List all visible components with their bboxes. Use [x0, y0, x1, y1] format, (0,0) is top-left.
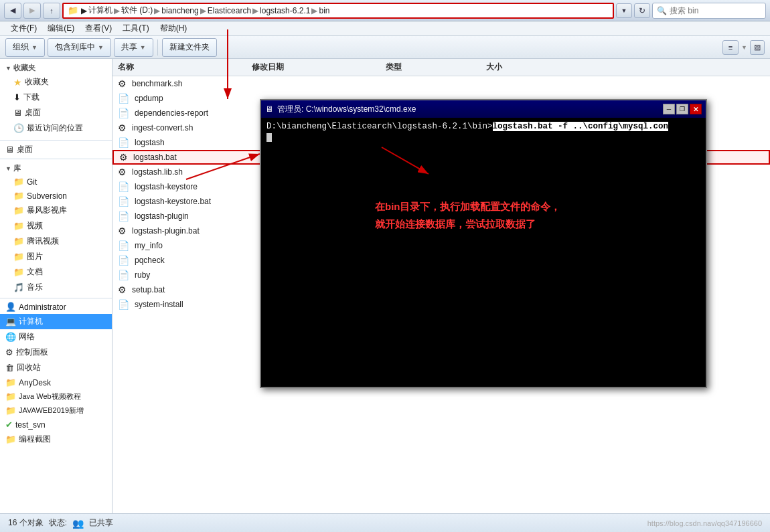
sidebar-item-desktop[interactable]: 🖥 桌面 — [0, 142, 112, 157]
sidebar-item-control-panel[interactable]: ⚙ 控制面板 — [0, 345, 112, 360]
file-name-label: benchmark.sh — [132, 79, 259, 88]
address-dropdown[interactable]: ▼ — [616, 3, 632, 18]
toolbar-separator — [157, 39, 158, 56]
search-box[interactable]: 🔍 — [652, 3, 766, 19]
include-library-button[interactable]: 包含到库中 ▼ — [48, 38, 111, 57]
file-icon: 📄 — [118, 270, 129, 280]
new-folder-button[interactable]: 新建文件夹 — [162, 38, 217, 57]
file-name-label: pqcheck — [135, 256, 262, 265]
sidebar-item-anydesk[interactable]: 📁 AnyDesk — [0, 375, 112, 389]
address-bar[interactable]: 📁 ▶ 计算机 ▶ 软件 (D:) ▶ biancheng ▶ Elastice… — [62, 3, 614, 19]
file-name-label: logstash-keystore.bat — [135, 197, 262, 206]
preview-pane[interactable]: ▨ — [750, 40, 765, 55]
file-icon: 📄 — [118, 211, 129, 221]
sidebar-item-docs[interactable]: 📁 文档 — [0, 264, 112, 280]
file-name-label: setup.bat — [132, 285, 259, 294]
up-button[interactable]: ↑ — [43, 3, 60, 19]
sidebar-item-storm-media[interactable]: 📁 暴风影视库 — [0, 203, 112, 218]
search-input[interactable] — [670, 6, 750, 15]
sidebar-item-javaweb2019[interactable]: 📁 JAVAWEB2019新增 — [0, 404, 112, 418]
sidebar-divider-1 — [0, 140, 112, 141]
menu-file[interactable]: 文件(F) — [5, 21, 42, 35]
view-toggle[interactable]: ≡ — [722, 40, 739, 55]
sidebar-item-download[interactable]: ⬇ 下载 — [0, 90, 112, 105]
sidebar-item-network[interactable]: 🌐 网络 — [0, 329, 112, 345]
sidebar-item-screenshots[interactable]: 📁 编程截图 — [0, 432, 112, 447]
sidebar-divider-3 — [0, 298, 112, 298]
cmd-annotation: 在bin目录下，执行加载配置文件的命令， 就开始连接数据库，尝试拉取数据了 — [375, 198, 561, 232]
col-header-size[interactable]: 大小 — [486, 62, 553, 73]
share-button[interactable]: 共享 ▼ — [114, 38, 153, 57]
file-name-label: ruby — [135, 270, 262, 280]
sidebar-item-desktop-fav[interactable]: 🖥 桌面 — [0, 105, 112, 120]
file-name-label: logstash.bat — [133, 153, 260, 162]
file-icon: ⚙ — [118, 78, 127, 89]
cmd-path-text: D:\biancheng\Elasticearch\logstash-6.2.1… — [266, 122, 493, 131]
col-header-date[interactable]: 修改日期 — [252, 62, 386, 73]
col-header-type[interactable]: 类型 — [386, 62, 486, 73]
sidebar-item-subversion[interactable]: 📁 Subversion — [0, 189, 112, 203]
file-icon: ⚙ — [119, 152, 128, 163]
sidebar-item-git[interactable]: 📁 Git — [0, 175, 112, 189]
table-row[interactable]: ⚙ benchmark.sh — [112, 76, 770, 91]
sidebar-item-music[interactable]: 🎵 音乐 — [0, 280, 112, 295]
menu-help[interactable]: 帮助(H) — [155, 21, 193, 35]
file-name-label: logstash-plugin.bat — [132, 226, 259, 236]
cmd-cursor-line — [266, 132, 700, 142]
cmd-prompt-line: D:\biancheng\Elasticearch\logstash-6.2.1… — [266, 122, 700, 131]
file-icon: ⚙ — [118, 167, 127, 177]
file-name-label: logstash — [135, 138, 262, 147]
file-icon: 📄 — [118, 196, 129, 207]
file-icon: 📄 — [118, 255, 129, 266]
menu-bar: 文件(F) 编辑(E) 查看(V) 工具(T) 帮助(H) — [0, 21, 770, 36]
menu-view[interactable]: 查看(V) — [80, 21, 117, 35]
cmd-title-text: 管理员: C:\windows\system32\cmd.exe — [277, 104, 416, 115]
file-icon: ⚙ — [118, 284, 127, 295]
col-header-name[interactable]: 名称 — [118, 62, 252, 73]
file-name-label: system-install — [135, 300, 262, 309]
cmd-restore-button[interactable]: ❐ — [676, 104, 688, 114]
sidebar-item-recent[interactable]: 🕒 最近访问的位置 — [0, 120, 112, 136]
column-headers: 名称 修改日期 类型 大小 — [112, 59, 770, 76]
file-icon: 📄 — [118, 93, 129, 104]
search-icon: 🔍 — [657, 6, 667, 15]
cmd-window: 🖥 管理员: C:\windows\system32\cmd.exe ─ ❐ ✕… — [260, 99, 707, 388]
organize-button[interactable]: 组织 ▼ — [5, 38, 45, 57]
sidebar-item-pictures[interactable]: 📁 图片 — [0, 249, 112, 264]
sidebar-item-javaweb[interactable]: 📁 Java Web视频教程 — [0, 389, 112, 404]
cmd-annotation-line2: 就开始连接数据库，尝试拉取数据了 — [375, 215, 561, 233]
file-icon: 📄 — [118, 108, 129, 118]
menu-tools[interactable]: 工具(T) — [117, 21, 154, 35]
sidebar-item-trash[interactable]: 🗑 回收站 — [0, 360, 112, 375]
file-icon: ⚙ — [118, 226, 127, 236]
cmd-close-button[interactable]: ✕ — [690, 104, 702, 114]
sidebar-item-test-svn[interactable]: ✔ test_svn — [0, 418, 112, 432]
sidebar-item-favorites[interactable]: ★ 收藏夹 — [0, 74, 112, 90]
menu-edit[interactable]: 编辑(E) — [42, 21, 80, 35]
file-name-label: logstash-keystore — [135, 182, 262, 191]
cmd-body: D:\biancheng\Elasticearch\logstash-6.2.1… — [261, 118, 706, 387]
status-state: 状态: — [49, 517, 67, 529]
refresh-button[interactable]: ↻ — [634, 3, 650, 18]
file-name-label: logstash-plugin — [135, 211, 262, 221]
cmd-title-icon-area: 🖥 管理员: C:\windows\system32\cmd.exe — [265, 104, 416, 115]
sidebar: ▼ 收藏夹 ★ 收藏夹 ⬇ 下载 🖥 桌面 🕒 最近访问的位置 — [0, 59, 112, 513]
file-name-label: dependencies-report — [135, 108, 262, 118]
sidebar-item-admin[interactable]: 👤 Administrator — [0, 300, 112, 314]
file-icon: 📄 — [118, 240, 129, 251]
watermark: https://blog.csdn.nav/qq347196660 — [647, 519, 762, 527]
sidebar-section-favorites: ▼ 收藏夹 ★ 收藏夹 ⬇ 下载 🖥 桌面 🕒 最近访问的位置 — [0, 59, 112, 139]
status-bar: 16 个对象 状态: 👥 已共享 https://blog.csdn.nav/q… — [0, 513, 770, 532]
file-name-label: logstash.lib.sh — [132, 167, 259, 177]
sidebar-item-tencent[interactable]: 📁 腾讯视频 — [0, 234, 112, 249]
share-icon: 👥 — [72, 518, 84, 529]
sidebar-item-video[interactable]: 📁 视频 — [0, 218, 112, 234]
back-button[interactable]: ◀ — [4, 3, 21, 19]
forward-button[interactable]: ▶ — [23, 3, 41, 19]
shared-label: 已共享 — [89, 517, 113, 529]
cmd-minimize-button[interactable]: ─ — [663, 104, 675, 114]
sidebar-item-computer[interactable]: 💻 计算机 — [0, 314, 112, 329]
nav-bar: ◀ ▶ ↑ 📁 ▶ 计算机 ▶ 软件 (D:) ▶ biancheng ▶ El… — [0, 0, 770, 21]
toolbar: 组织 ▼ 包含到库中 ▼ 共享 ▼ 新建文件夹 ≡ ▼ ▨ — [0, 36, 770, 59]
object-count: 16 个对象 — [8, 517, 44, 529]
